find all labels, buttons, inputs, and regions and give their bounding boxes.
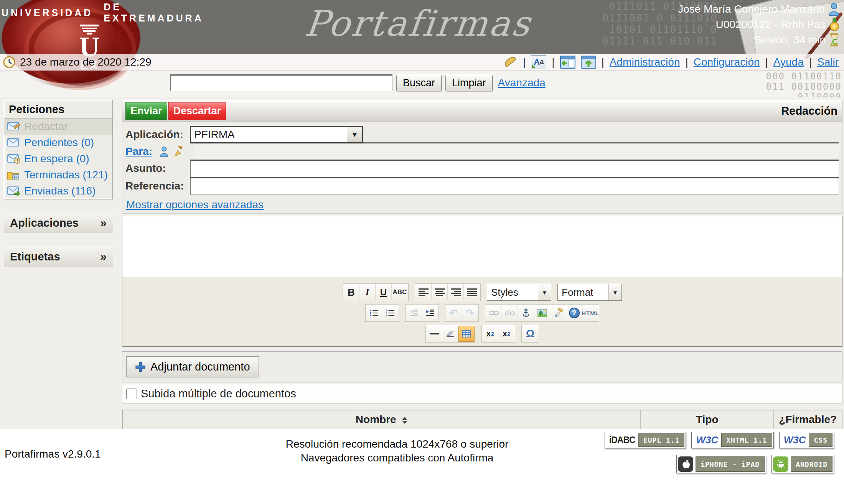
action-bar: Enviar Descartar Redacción	[122, 100, 842, 122]
styles-select[interactable]: Styles ▼	[487, 284, 551, 301]
sidebar-item-pendientes[interactable]: Pendientes (0)	[4, 135, 112, 151]
editor-toolbar: B I U ABC Styles ▼	[122, 277, 842, 346]
select-arrow-icon[interactable]: ▼	[347, 127, 362, 142]
adjuntar-documento-button[interactable]: Adjuntar documento	[126, 356, 259, 377]
help-button[interactable]: ?	[566, 305, 582, 321]
clock-icon	[3, 56, 15, 68]
image-button[interactable]	[534, 305, 550, 321]
aplicacion-select[interactable]: PFIRMA ▼	[190, 126, 363, 143]
advanced-options-link[interactable]: Mostrar opciones avanzadas	[126, 199, 264, 211]
align-center-button[interactable]	[432, 284, 448, 300]
outdent-button[interactable]	[406, 305, 422, 321]
xhtml-badge[interactable]: W3C XHTML 1.1	[691, 432, 773, 448]
search-band: 000 01100110 011 00100000 0110000 Buscar…	[0, 71, 844, 97]
align-right-button[interactable]	[448, 284, 464, 300]
rich-text-editor: B I U ABC Styles ▼	[122, 216, 842, 347]
panel-left-icon[interactable]	[560, 56, 575, 69]
android-badge[interactable]: ANDROID	[771, 455, 834, 473]
redo-button[interactable]: ↷	[462, 305, 478, 321]
add-recipient-icon[interactable]	[159, 146, 169, 157]
subscript-button[interactable]: x2	[482, 326, 498, 342]
plus-icon	[135, 362, 146, 372]
undo-button[interactable]: ↶	[446, 305, 462, 321]
android-icon	[773, 456, 788, 472]
row-divider	[363, 142, 839, 143]
multi-upload-checkbox[interactable]	[126, 389, 137, 399]
sort-icon[interactable]	[402, 417, 407, 424]
indent-button[interactable]	[422, 305, 438, 321]
descartar-button[interactable]: Descartar	[168, 102, 226, 120]
anchor-button[interactable]	[518, 305, 534, 321]
italic-button[interactable]: I	[359, 284, 376, 300]
aplicaciones-panel[interactable]: Aplicaciones »	[4, 212, 113, 233]
sidebar: Peticiones Redactar Pendientes (0) En es…	[0, 97, 115, 429]
expand-chevron: »	[100, 250, 107, 263]
special-char-button[interactable]: Ω	[522, 326, 538, 342]
avanzada-link[interactable]: Avanzada	[498, 77, 546, 89]
horn-icon[interactable]	[504, 56, 518, 68]
buscar-button[interactable]: Buscar	[396, 75, 442, 91]
cleanup-button[interactable]	[550, 305, 566, 321]
strikethrough-button[interactable]: ABC	[392, 284, 408, 300]
superscript-button[interactable]: x2	[498, 326, 514, 342]
para-field[interactable]	[195, 144, 839, 159]
multi-upload-row: Subida múltiple de documentos	[122, 384, 842, 404]
peticiones-title: Peticiones	[4, 100, 112, 119]
horizontal-rule-button[interactable]	[426, 326, 442, 342]
bold-button[interactable]: B	[343, 284, 359, 300]
expand-chevron: »	[100, 216, 107, 229]
eupl-badge[interactable]: iDABC EUPL 1.1	[605, 432, 686, 448]
select-arrow-icon[interactable]: ▼	[538, 284, 551, 300]
css-badge[interactable]: W3C CSS	[779, 432, 834, 448]
align-left-button[interactable]	[415, 284, 432, 300]
sidebar-item-redactar[interactable]: Redactar	[4, 119, 112, 135]
unlink-button[interactable]	[502, 305, 518, 321]
apple-icon	[678, 456, 693, 472]
bullet-list-button[interactable]	[366, 305, 382, 321]
university-name-left: UNIVERSIDAD	[2, 7, 93, 18]
numbered-list-button[interactable]: 123	[382, 305, 398, 321]
search-input[interactable]	[170, 74, 392, 91]
hourglass-icon	[829, 33, 840, 47]
sidebar-item-en-espera[interactable]: En espera (0)	[4, 151, 112, 167]
menu-administracion[interactable]: Administración	[610, 56, 680, 68]
asunto-row: Asunto:	[125, 160, 839, 177]
multi-upload-label: Subida múltiple de documentos	[141, 387, 296, 400]
app-badges: iPHONE - iPAD ANDROID	[676, 455, 834, 473]
clear-recipients-icon[interactable]	[172, 146, 183, 157]
asunto-input[interactable]	[190, 160, 839, 177]
mail-sent-icon	[7, 186, 20, 196]
select-arrow-icon[interactable]: ▼	[608, 284, 621, 300]
editor-content[interactable]	[122, 216, 842, 277]
university-name-right: DE EXTREMADURA	[104, 2, 203, 24]
panel-up-icon[interactable]	[581, 56, 596, 69]
enviar-button[interactable]: Enviar	[125, 102, 167, 120]
insert-table-button[interactable]	[458, 326, 475, 342]
content-area: Peticiones Redactar Pendientes (0) En es…	[0, 97, 844, 429]
column-header-nombre[interactable]: Nombre	[122, 410, 641, 429]
remove-format-button[interactable]	[442, 326, 458, 342]
format-select[interactable]: Format ▼	[557, 284, 622, 301]
column-header-firmable: ¿Firmable?	[774, 410, 842, 429]
aplicacion-row: Aplicación: PFIRMA ▼	[125, 126, 839, 143]
sidebar-item-enviadas[interactable]: Enviadas (116)	[4, 183, 112, 199]
align-justify-button[interactable]	[464, 284, 480, 300]
etiquetas-panel[interactable]: Etiquetas »	[4, 246, 113, 267]
column-header-tipo: Tipo	[641, 410, 774, 429]
language-icon[interactable]: Aa	[531, 55, 546, 69]
menu-ayuda[interactable]: Ayuda	[773, 56, 804, 68]
iphone-badge[interactable]: iPHONE - iPAD	[676, 455, 766, 473]
referencia-input[interactable]	[190, 177, 839, 195]
sidebar-item-terminadas[interactable]: Terminadas (121)	[4, 167, 112, 183]
underline-button[interactable]: U	[376, 284, 392, 300]
limpiar-button[interactable]: Limpiar	[445, 75, 493, 91]
menu-salir[interactable]: Salir	[817, 56, 839, 68]
compose-form: Aplicación: PFIRMA ▼ Para: A	[122, 122, 842, 214]
mail-icon	[7, 138, 20, 148]
link-button[interactable]	[486, 305, 502, 321]
app-title: Portafirmas	[282, 3, 554, 44]
menu-configuracion[interactable]: Configuración	[694, 56, 760, 68]
compose-icon	[7, 122, 20, 132]
html-source-button[interactable]: HTML	[582, 305, 598, 321]
para-label-link[interactable]: Para:	[125, 145, 159, 158]
